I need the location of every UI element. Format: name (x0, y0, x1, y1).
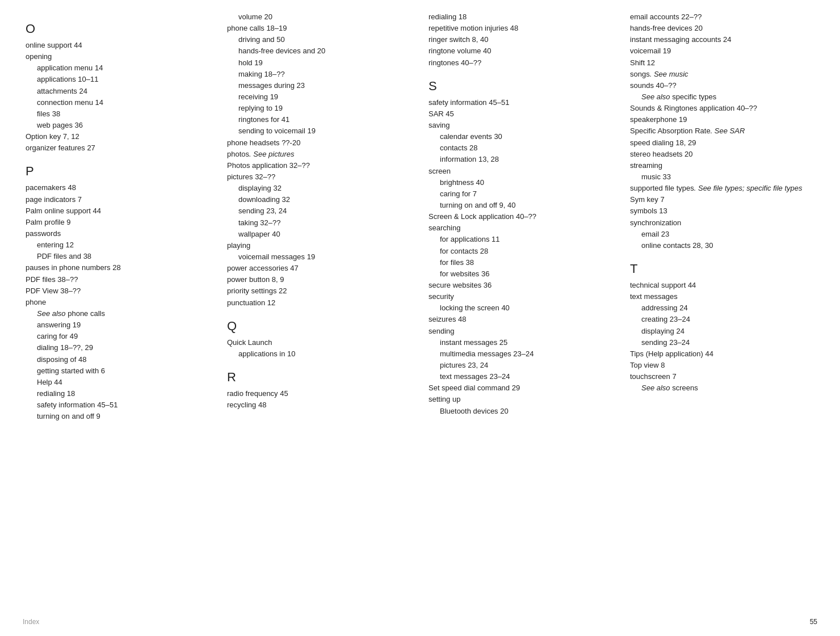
list-item: entering 12 (26, 239, 210, 251)
list-item: for contacts 28 (429, 246, 613, 257)
list-item: safety information 45–51 (429, 97, 613, 108)
list-item: phone calls 18–19 (227, 23, 411, 34)
list-item: replying to 19 (227, 103, 411, 114)
section-letter-P: P (26, 164, 210, 179)
list-item: pictures 32–?? (227, 171, 411, 183)
list-item: making 18–?? (227, 69, 411, 80)
footer-index-label: Index (23, 618, 39, 626)
list-item: ringtones 40–?? (429, 57, 613, 69)
list-item: for files 38 (429, 257, 613, 268)
list-item: See also specific types (630, 91, 814, 103)
list-item: Quick Launch (227, 337, 411, 348)
list-item: volume 20 (227, 11, 411, 23)
list-item: Bluetooth devices 20 (429, 406, 613, 417)
list-item: addressing 24 (630, 302, 814, 314)
list-item: multimedia messages 23–24 (429, 348, 613, 360)
list-item: answering 19 (26, 319, 210, 331)
list-item: speed dialing 18, 29 (630, 137, 814, 149)
list-item: symbols 13 (630, 205, 814, 217)
list-item: stereo headsets 20 (630, 149, 814, 160)
list-item: caring for 7 (429, 188, 613, 200)
column-2: volume 20phone calls 18–19driving and 50… (224, 11, 414, 422)
list-item: text messages (630, 291, 814, 302)
list-item: priority settings 22 (227, 285, 411, 297)
list-item: turning on and off 9 (26, 411, 210, 422)
list-item: Palm profile 9 (26, 217, 210, 228)
list-item: for websites 36 (429, 268, 613, 280)
list-item: redialing 18 (429, 11, 613, 23)
list-item: receiving 19 (227, 91, 411, 103)
list-item: punctuation 12 (227, 297, 411, 309)
list-item: redialing 18 (26, 388, 210, 399)
page-container: Oonline support 44openingapplication men… (23, 11, 817, 422)
list-item: voicemail messages 19 (227, 251, 411, 263)
list-item: Option key 7, 12 (26, 131, 210, 142)
list-item: sending to voicemail 19 (227, 125, 411, 137)
list-item: Specific Absorption Rate. See SAR (630, 125, 814, 137)
list-item: instant messaging accounts 24 (630, 34, 814, 45)
list-item: sending 23–24 (630, 337, 814, 348)
list-item: SAR 45 (429, 108, 613, 120)
list-item: sending (429, 326, 613, 337)
list-item: power button 8, 9 (227, 274, 411, 285)
list-item: online contacts 28, 30 (630, 240, 814, 251)
column-1: Oonline support 44openingapplication men… (23, 11, 213, 422)
list-item: radio frequency 45 (227, 388, 411, 399)
list-item: driving and 50 (227, 34, 411, 45)
list-item: attachments 24 (26, 86, 210, 97)
column-3: redialing 18repetitive motion injuries 4… (426, 11, 616, 422)
list-item: pacemakers 48 (26, 182, 210, 193)
list-item: email accounts 22–?? (630, 11, 814, 23)
list-item: photos. See pictures (227, 149, 411, 160)
list-item: repetitive motion injuries 48 (429, 23, 613, 34)
list-item: touchscreen 7 (630, 371, 814, 382)
footer: Index55 (23, 618, 817, 626)
list-item: supported file types. See file types; sp… (630, 183, 814, 194)
list-item: caring for 49 (26, 331, 210, 342)
list-item: songs. See music (630, 69, 814, 80)
list-item: streaming (630, 160, 814, 171)
list-item: downloading 32 (227, 194, 411, 205)
list-item: calendar events 30 (429, 131, 613, 142)
section-letter-S: S (429, 79, 613, 94)
list-item: hands-free devices and 20 (227, 45, 411, 57)
list-item: passwords (26, 228, 210, 239)
list-item: dialing 18–??, 29 (26, 342, 210, 353)
list-item: Sounds & Ringtones application 40–?? (630, 103, 814, 114)
list-item: web pages 36 (26, 120, 210, 131)
list-item: information 13, 28 (429, 154, 613, 165)
list-item: pictures 23, 24 (429, 360, 613, 371)
list-item: applications in 10 (227, 348, 411, 360)
list-item: application menu 14 (26, 62, 210, 74)
list-item: Screen & Lock application 40–?? (429, 211, 613, 222)
section-letter-Q: Q (227, 319, 411, 334)
list-item: applications 10–11 (26, 74, 210, 85)
list-item: Set speed dial command 29 (429, 382, 613, 394)
list-item: ringer switch 8, 40 (429, 34, 613, 45)
footer-page-number: 55 (810, 618, 817, 626)
list-item: seizures 48 (429, 314, 613, 325)
list-item: playing (227, 240, 411, 251)
list-item: email 23 (630, 229, 814, 240)
list-item: displaying 24 (630, 326, 814, 337)
list-item: taking 32–?? (227, 217, 411, 229)
list-item: getting started with 6 (26, 365, 210, 377)
list-item: secure websites 36 (429, 280, 613, 291)
list-item: See also phone calls (26, 308, 210, 319)
list-item: locking the screen 40 (429, 302, 613, 314)
list-item: files 38 (26, 108, 210, 120)
list-item: phone headsets ??-20 (227, 137, 411, 149)
list-item: synchronization (630, 217, 814, 229)
list-item: hands-free devices 20 (630, 23, 814, 34)
list-item: disposing of 48 (26, 354, 210, 365)
list-item: hold 19 (227, 57, 411, 69)
list-item: Help 44 (26, 377, 210, 388)
list-item: text messages 23–24 (429, 371, 613, 382)
list-item: wallpaper 40 (227, 229, 411, 240)
list-item: organizer features 27 (26, 142, 210, 154)
list-item: setting up (429, 394, 613, 405)
list-item: instant messages 25 (429, 337, 613, 348)
section-letter-T: T (630, 262, 814, 276)
list-item: Photos application 32–?? (227, 160, 411, 171)
list-item: safety information 45–51 (26, 399, 210, 411)
